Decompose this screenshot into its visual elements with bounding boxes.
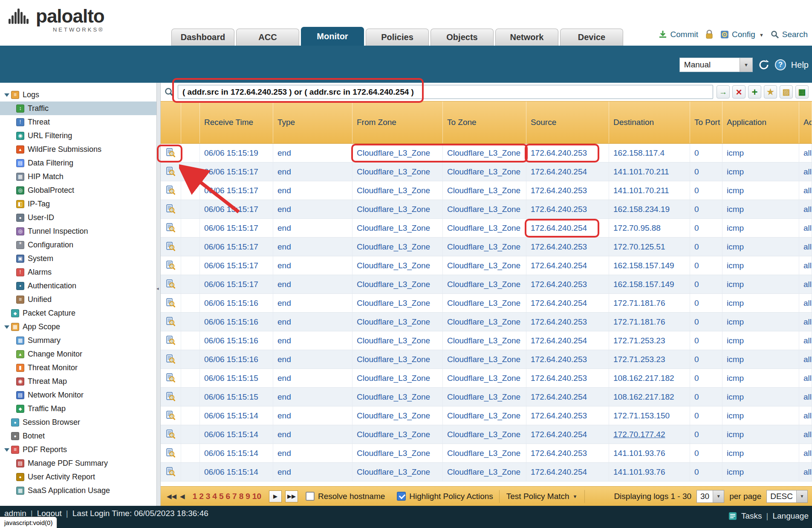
log-detail-cell[interactable] [161, 425, 181, 444]
cell-destination[interactable]: 141.101.70.211 [609, 181, 690, 200]
cell-from-zone[interactable]: Cloudflare_L3_Zone [353, 200, 443, 218]
cell-source[interactable]: 172.64.240.253 [526, 144, 609, 162]
cell-to-zone[interactable]: Cloudflare_L3_Zone [443, 162, 526, 181]
log-filter-input[interactable] [178, 85, 713, 99]
tasks-link[interactable]: Tasks [741, 511, 762, 521]
log-detail-cell[interactable] [161, 331, 181, 350]
sidebar-item-alarms[interactable]: Alarms [0, 265, 156, 279]
column-header-application[interactable]: Application [722, 102, 799, 143]
sidebar-item-traffic[interactable]: Traffic [0, 102, 156, 115]
sort-order-dropdown[interactable]: DESC [766, 490, 808, 503]
cell-from-zone[interactable]: Cloudflare_L3_Zone [353, 162, 443, 181]
tab-network[interactable]: Network [495, 29, 558, 46]
sidebar-item-globalprotect[interactable]: GlobalProtect [0, 183, 156, 197]
log-detail-cell[interactable] [161, 294, 181, 312]
cell-source[interactable]: 172.64.240.253 [526, 444, 609, 462]
previous-page-button[interactable] [180, 493, 185, 500]
cell-destination[interactable]: 162.158.234.19 [609, 200, 690, 218]
cell-application[interactable]: icmp [722, 369, 799, 387]
log-detail-cell[interactable] [161, 256, 181, 275]
page-6[interactable]: 6 [226, 492, 231, 501]
cell-from-zone[interactable]: Cloudflare_L3_Zone [353, 331, 443, 350]
cell-application[interactable]: icmp [722, 219, 799, 237]
page-8[interactable]: 8 [239, 492, 244, 501]
cell-destination[interactable]: 162.158.157.149 [609, 275, 690, 293]
column-header-type[interactable]: Type [273, 102, 353, 143]
cell-application[interactable]: icmp [722, 238, 799, 256]
cell-to-zone[interactable]: Cloudflare_L3_Zone [443, 425, 526, 444]
cell-source[interactable]: 172.64.240.253 [526, 313, 609, 331]
cell-from-zone[interactable]: Cloudflare_L3_Zone [353, 406, 443, 425]
commit-button[interactable]: Commit [658, 30, 698, 39]
sidebar-splitter[interactable] [156, 83, 161, 506]
first-page-button[interactable] [167, 493, 176, 500]
sidebar-item-authentication[interactable]: Authentication [0, 279, 156, 293]
column-header-to-port[interactable]: To Port [690, 102, 722, 143]
column-header-from-zone[interactable]: From Zone [353, 102, 443, 143]
export-logs-icon[interactable] [795, 85, 809, 99]
cell-source[interactable]: 172.64.240.254 [526, 463, 609, 481]
column-header-destination[interactable]: Destination [609, 102, 690, 143]
sidebar-item-logs[interactable]: Logs [0, 88, 156, 102]
tab-device[interactable]: Device [560, 29, 623, 46]
language-link[interactable]: Language [772, 511, 809, 521]
page-10[interactable]: 10 [252, 492, 261, 501]
resolve-hostname-option[interactable]: Resolve hostname [306, 492, 385, 501]
cell-application[interactable]: icmp [722, 331, 799, 350]
cell-source[interactable]: 172.64.240.254 [526, 219, 609, 237]
sidebar-item-change-monitor[interactable]: Change Monitor [0, 347, 156, 361]
cell-application[interactable]: icmp [722, 200, 799, 218]
cell-from-zone[interactable]: Cloudflare_L3_Zone [353, 219, 443, 237]
log-detail-cell[interactable] [161, 144, 181, 162]
cell-application[interactable]: icmp [722, 256, 799, 275]
sidebar-item-packet-capture[interactable]: Packet Capture [0, 306, 156, 320]
sidebar-item-tunnel-inspection[interactable]: Tunnel Inspection [0, 224, 156, 238]
highlight-policy-checkbox[interactable] [397, 492, 406, 501]
log-detail-cell[interactable] [161, 350, 181, 368]
add-filter-icon[interactable] [748, 85, 761, 99]
expand-caret-icon[interactable] [3, 446, 10, 453]
cell-to-zone[interactable]: Cloudflare_L3_Zone [443, 463, 526, 481]
cell-from-zone[interactable]: Cloudflare_L3_Zone [353, 238, 443, 256]
cell-destination[interactable]: 108.162.217.182 [609, 388, 690, 406]
log-detail-cell[interactable] [161, 388, 181, 406]
cell-to-zone[interactable]: Cloudflare_L3_Zone [443, 313, 526, 331]
cell-application[interactable]: icmp [722, 425, 799, 444]
config-button[interactable]: Config [720, 30, 764, 39]
cell-from-zone[interactable]: Cloudflare_L3_Zone [353, 463, 443, 481]
sidebar-item-user-activity-report[interactable]: User Activity Report [0, 470, 156, 484]
page-4[interactable]: 4 [212, 492, 217, 501]
cell-from-zone[interactable]: Cloudflare_L3_Zone [353, 444, 443, 462]
search-button[interactable]: Search [771, 30, 808, 39]
log-detail-cell[interactable] [161, 200, 181, 218]
cell-from-zone[interactable]: Cloudflare_L3_Zone [353, 144, 443, 162]
cell-from-zone[interactable]: Cloudflare_L3_Zone [353, 294, 443, 312]
sidebar-item-manage-pdf-summary[interactable]: Manage PDF Summary [0, 456, 156, 470]
resolve-hostname-checkbox[interactable] [306, 492, 315, 501]
sidebar-item-unified[interactable]: Unified [0, 293, 156, 306]
refresh-mode-dropdown[interactable]: Manual [679, 58, 753, 72]
cell-source[interactable]: 172.64.240.253 [526, 350, 609, 368]
highlight-policy-option[interactable]: Highlight Policy Actions [397, 492, 493, 501]
expand-caret-icon[interactable] [3, 323, 10, 330]
cell-from-zone[interactable]: Cloudflare_L3_Zone [353, 425, 443, 444]
cell-application[interactable]: icmp [722, 444, 799, 462]
sidebar-item-threat-monitor[interactable]: Threat Monitor [0, 361, 156, 374]
log-detail-cell[interactable] [161, 275, 181, 293]
help-icon[interactable] [775, 59, 786, 70]
sort-order-caret-icon[interactable] [796, 490, 807, 502]
test-policy-match-button[interactable]: Test Policy Match [499, 490, 585, 503]
cell-to-zone[interactable]: Cloudflare_L3_Zone [443, 350, 526, 368]
sidebar-item-traffic-map[interactable]: Traffic Map [0, 402, 156, 415]
cell-source[interactable]: 172.64.240.253 [526, 181, 609, 200]
cell-application[interactable]: icmp [722, 144, 799, 162]
sidebar-item-hip-match[interactable]: HIP Match [0, 170, 156, 183]
clear-filter-icon[interactable] [732, 85, 746, 99]
page-3[interactable]: 3 [206, 492, 211, 501]
sidebar-item-network-monitor[interactable]: Network Monitor [0, 388, 156, 402]
cell-source[interactable]: 172.64.240.254 [526, 294, 609, 312]
cell-from-zone[interactable]: Cloudflare_L3_Zone [353, 388, 443, 406]
cell-to-zone[interactable]: Cloudflare_L3_Zone [443, 388, 526, 406]
cell-application[interactable]: icmp [722, 313, 799, 331]
log-detail-cell[interactable] [161, 463, 181, 481]
